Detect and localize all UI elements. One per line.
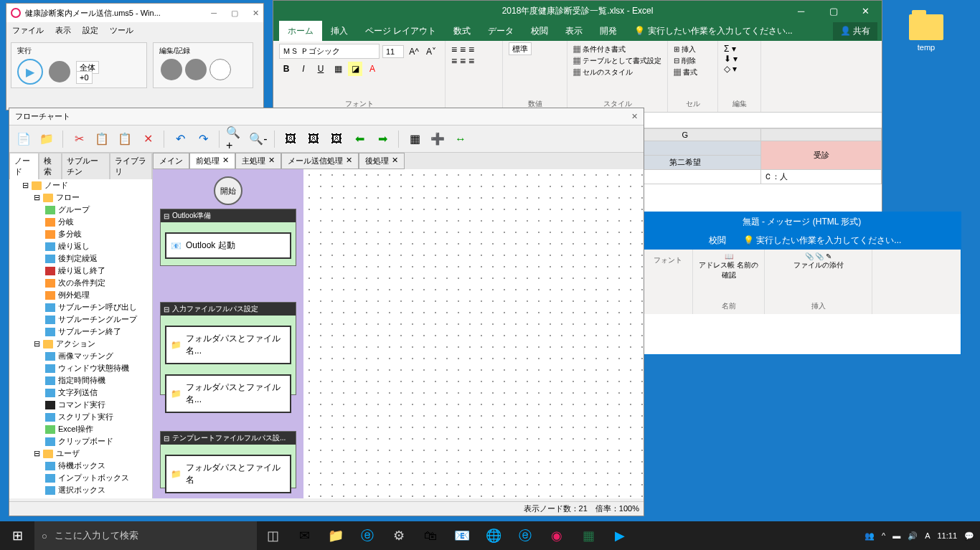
- taskbar-winactor-icon[interactable]: ◉: [541, 521, 573, 550]
- canvas-tab-mail[interactable]: メール送信処理 ✕: [281, 153, 359, 169]
- canvas-tab-core[interactable]: 主処理 ✕: [235, 153, 281, 169]
- tab-view[interactable]: 表示: [557, 21, 591, 42]
- minimize-button[interactable]: ─: [785, 1, 817, 21]
- tree-item[interactable]: ⊟ユーザ: [9, 447, 152, 460]
- cell-style-button[interactable]: ▦ セルのスタイル: [573, 67, 661, 78]
- tree-item[interactable]: サブルーチン呼び出し: [9, 301, 152, 313]
- delete-icon[interactable]: ✕: [138, 129, 158, 149]
- tab-review[interactable]: 校閲: [522, 21, 557, 42]
- img2-icon[interactable]: 🖼: [303, 129, 324, 149]
- taskbar-ie-icon[interactable]: ⓔ: [509, 521, 541, 550]
- canvas-tab-main[interactable]: メイン: [153, 153, 189, 169]
- taskbar-excel-icon[interactable]: ▦: [573, 521, 604, 550]
- tree-item[interactable]: ⊟フロー: [9, 191, 152, 204]
- tree-item[interactable]: 後判定繰返: [9, 252, 152, 265]
- taskbar-settings-icon[interactable]: ⚙: [383, 521, 415, 550]
- desktop-folder[interactable]: temp: [905, 14, 948, 52]
- outlook-tell-me[interactable]: 💡 実行したい作業を入力してください...: [735, 232, 910, 250]
- taskbar-edge-icon[interactable]: ⓔ: [352, 521, 383, 550]
- paste-icon[interactable]: 📋: [115, 129, 135, 149]
- taskbar-explorer-icon[interactable]: 📁: [320, 521, 352, 550]
- tree-item[interactable]: 音: [9, 496, 152, 498]
- shrink-font-icon[interactable]: A˅: [424, 44, 438, 59]
- menu-file[interactable]: ファイル: [12, 25, 44, 36]
- zoom-in-icon[interactable]: 🔍+: [225, 129, 245, 149]
- taskbar-app-icon[interactable]: ▶: [604, 521, 636, 550]
- flowchart-titlebar[interactable]: フローチャート ✕: [9, 108, 644, 125]
- tree-item[interactable]: 画像マッチング: [9, 350, 152, 362]
- cond-format-button[interactable]: ▦ 条件付き書式: [573, 44, 661, 55]
- tell-me[interactable]: 💡 実行したい作業を入力してください...: [626, 21, 801, 42]
- tree-item[interactable]: コマンド実行: [9, 399, 152, 411]
- battery-icon[interactable]: ▬: [892, 531, 900, 540]
- close-button[interactable]: ✕: [849, 1, 882, 21]
- tree-item[interactable]: スクリプト実行: [9, 411, 152, 423]
- swap-icon[interactable]: ↔: [451, 129, 471, 149]
- tree-item[interactable]: インプットボックス: [9, 472, 152, 484]
- copy-icon[interactable]: 📋: [92, 129, 112, 149]
- menu-settings[interactable]: 設定: [83, 25, 98, 36]
- tree-tab-sub[interactable]: サブルーチン: [62, 153, 110, 179]
- tab-formula[interactable]: 数式: [445, 21, 479, 42]
- number-format[interactable]: 標準: [509, 42, 532, 55]
- tree-item[interactable]: Excel操作: [9, 423, 152, 435]
- taskbar-mail-icon[interactable]: ✉: [288, 521, 320, 550]
- redo-icon[interactable]: ↷: [193, 129, 213, 149]
- tray-up-icon[interactable]: ^: [882, 531, 885, 540]
- address-book-button[interactable]: アドレス帳: [699, 261, 735, 269]
- tab-data[interactable]: データ: [479, 21, 522, 42]
- clock[interactable]: 11:11: [937, 531, 957, 540]
- system-tray[interactable]: 👥 ^ ▬ 🔊 A 11:11 💬: [864, 531, 980, 541]
- menu-view[interactable]: 表示: [55, 25, 71, 36]
- img1-icon[interactable]: 🖼: [281, 129, 301, 149]
- table-format-button[interactable]: ▦ テーブルとして書式設定: [573, 55, 661, 67]
- tree-item[interactable]: 例外処理: [9, 289, 152, 301]
- outlook-tab-review[interactable]: 校閲: [700, 232, 735, 250]
- new-icon[interactable]: 📄: [14, 129, 34, 149]
- cut-icon[interactable]: ✂: [69, 129, 89, 149]
- export-icon[interactable]: ➡: [372, 129, 392, 149]
- tree-tab-node[interactable]: ノード: [9, 153, 39, 179]
- menu-tool[interactable]: ツール: [110, 25, 133, 36]
- taskbar-store-icon[interactable]: 🛍: [415, 521, 446, 550]
- tree-item[interactable]: 多分岐: [9, 228, 152, 240]
- start-button[interactable]: ⊞: [0, 521, 34, 550]
- play-button[interactable]: ▶: [17, 59, 43, 85]
- bold-button[interactable]: B: [279, 62, 293, 76]
- tree-item[interactable]: サブルーチングループ: [9, 313, 152, 326]
- volume-icon[interactable]: 🔊: [908, 531, 918, 541]
- tab-dev[interactable]: 開発: [591, 21, 626, 42]
- search-box[interactable]: ○ ここに入力して検索: [34, 521, 257, 550]
- pause-button[interactable]: [49, 61, 70, 82]
- border-button[interactable]: ▦: [331, 62, 345, 76]
- italic-button[interactable]: I: [296, 62, 311, 76]
- attach-file-button[interactable]: ファイルの添付: [793, 261, 844, 269]
- tree-item[interactable]: クリップボード: [9, 435, 152, 447]
- delete-cell-button[interactable]: ⊟ 削除: [674, 55, 712, 67]
- taskbar-chrome-icon[interactable]: 🌐: [478, 521, 509, 550]
- tree-item[interactable]: 選択ボックス: [9, 484, 152, 496]
- people-icon[interactable]: 👥: [864, 531, 875, 541]
- tree-item[interactable]: 文字列送信: [9, 387, 152, 399]
- tree-tab-search[interactable]: 検索: [39, 153, 62, 179]
- task-view-icon[interactable]: ◫: [257, 521, 288, 550]
- font-name-select[interactable]: ＭＳ Ｐゴシック: [279, 44, 380, 59]
- canvas-tab-pre[interactable]: 前処理 ✕: [189, 153, 235, 169]
- tree-item[interactable]: サブルーチン終了: [9, 326, 152, 338]
- tree-item[interactable]: グループ: [9, 204, 152, 216]
- font-color-button[interactable]: A: [365, 62, 380, 76]
- share-button[interactable]: 👤 共有: [833, 22, 877, 40]
- target-button[interactable]: [209, 59, 231, 80]
- flow-canvas[interactable]: メイン 前処理 ✕ 主処理 ✕ メール送信処理 ✕ 後処理 ✕ 開始 ⊟ Out…: [153, 153, 644, 498]
- maximize-button[interactable]: ▢: [231, 9, 238, 18]
- record-button[interactable]: [161, 59, 182, 80]
- import-icon[interactable]: ⬅: [349, 129, 369, 149]
- stop-button[interactable]: [185, 59, 207, 80]
- outlook-body[interactable]: [643, 314, 961, 350]
- tab-insert[interactable]: 挿入: [322, 21, 357, 42]
- grid-icon[interactable]: ▦: [405, 129, 425, 149]
- font-size-select[interactable]: 11: [382, 45, 404, 58]
- close-button[interactable]: ✕: [631, 112, 638, 121]
- tab-layout[interactable]: ページ レイアウト: [357, 21, 445, 42]
- tree-item[interactable]: 待機ボックス: [9, 460, 152, 472]
